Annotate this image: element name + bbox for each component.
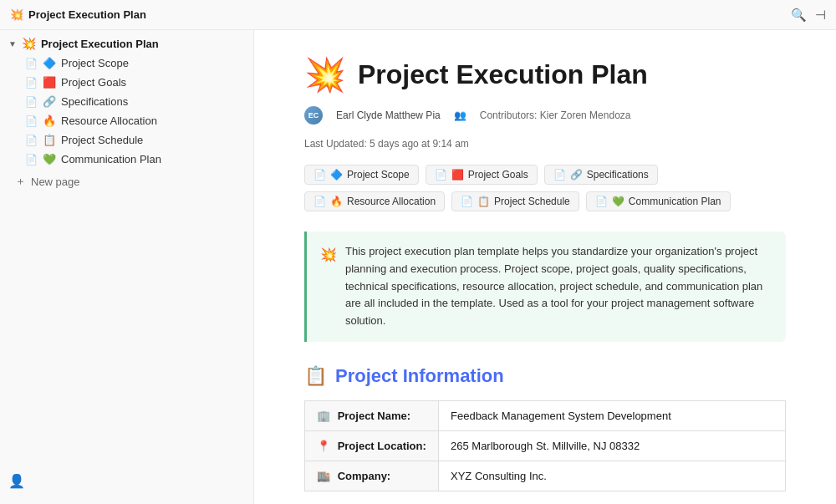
info-table: 🏢 Project Name: Feedback Management Syst… — [304, 400, 786, 491]
meta-row: EC Earl Clyde Matthew Pia 👥 Contributors… — [304, 106, 786, 150]
table-value-company: XYZ Consulting Inc. — [439, 461, 786, 491]
new-page-button[interactable]: ＋ New page — [0, 169, 253, 192]
table-row-company: 🏬 Company: XYZ Consulting Inc. — [305, 461, 786, 491]
page-main-icon: 💥 — [304, 55, 346, 94]
sidebar-item-project-goals[interactable]: 📄 🟥 Project Goals — [0, 73, 253, 92]
section-header: 📋 Project Information — [304, 365, 786, 387]
sidebar-title-label: Project Execution Plan — [41, 38, 159, 50]
table-row-project-location: 📍 Project Location: 265 Marlborough St. … — [305, 430, 786, 461]
app-title: Project Execution Plan — [28, 8, 146, 21]
callout-text: This project execution plan template hel… — [345, 243, 772, 330]
table-value-project-name: Feedback Management System Development — [439, 400, 786, 430]
sl-label-goals: Project Goals — [468, 169, 528, 181]
new-page-plus-icon: ＋ — [15, 174, 26, 189]
new-page-label: New page — [31, 176, 80, 188]
resource-emoji: 🔥 — [43, 115, 56, 127]
page-header: 💥 Project Execution Plan — [304, 55, 786, 94]
schedule-emoji: 📋 — [43, 134, 56, 146]
table-label-project-name: 🏢 Project Name: — [305, 400, 439, 430]
layout: ▼ 💥 Project Execution Plan 📄 🔷 Project S… — [0, 30, 836, 504]
app-icon: 💥 — [10, 8, 23, 21]
table-label-text-project-name: Project Name: — [338, 410, 410, 422]
table-label-text-company: Company: — [338, 470, 391, 482]
table-label-company: 🏬 Company: — [305, 461, 439, 491]
sl-emoji-comm: 💚 — [612, 196, 624, 207]
sl-icon-specs: 📄 — [553, 169, 566, 181]
doc-icon-specs: 📄 — [25, 96, 38, 108]
sublink-project-goals[interactable]: 📄 🟥 Project Goals — [426, 165, 538, 185]
sl-label-scope: Project Scope — [347, 169, 410, 181]
sidebar-label-goals: Project Goals — [61, 76, 126, 89]
cell-icon-company: 🏬 — [317, 470, 330, 482]
sl-icon-scope: 📄 — [314, 169, 326, 181]
sl-emoji-specs: 🔗 — [570, 169, 583, 181]
cell-icon-project-name: 🏢 — [317, 410, 330, 422]
doc-icon-goals: 📄 — [25, 77, 38, 89]
sidebar-chevron: ▼ — [8, 39, 17, 48]
last-updated: Last Updated: 5 days ago at 9:14 am — [304, 138, 469, 150]
table-label-project-location: 📍 Project Location: — [305, 430, 439, 461]
search-icon[interactable]: 🔍 — [791, 8, 807, 23]
sidebar-label-scope: Project Scope — [61, 57, 129, 69]
sidebar-item-resource-allocation[interactable]: 📄 🔥 Resource Allocation — [0, 111, 253, 130]
callout-box: 💥 This project execution plan template h… — [304, 232, 786, 342]
main-content: 💥 Project Execution Plan EC Earl Clyde M… — [254, 30, 836, 504]
sl-icon-goals: 📄 — [435, 169, 447, 181]
sl-label-comm: Communication Plan — [629, 196, 721, 207]
specs-emoji: 🔗 — [43, 95, 56, 108]
sidebar-item-project-scope[interactable]: 📄 🔷 Project Scope — [0, 53, 253, 73]
sublink-project-scope[interactable]: 📄 🔷 Project Scope — [304, 165, 419, 185]
sl-icon-resource: 📄 — [314, 196, 326, 207]
sublinks-row: 📄 🔷 Project Scope 📄 🟥 Project Goals 📄 🔗 … — [304, 165, 786, 211]
top-bar-title-area: 💥 Project Execution Plan — [10, 8, 146, 21]
contributors-label: Contributors: Kier Zoren Mendoza — [480, 109, 631, 121]
sidebar-item-specifications[interactable]: 📄 🔗 Specifications — [0, 92, 253, 111]
sidebar-bottom-icon[interactable]: 👤 — [8, 474, 25, 488]
sl-icon-schedule: 📄 — [461, 196, 473, 207]
doc-icon-comm: 📄 — [25, 154, 38, 165]
sidebar-label-comm: Communication Plan — [61, 153, 161, 165]
sidebar-item-communication-plan[interactable]: 📄 💚 Communication Plan — [0, 150, 253, 169]
sublink-project-schedule[interactable]: 📄 📋 Project Schedule — [451, 191, 579, 211]
top-bar: 💥 Project Execution Plan 🔍 ⊣ — [0, 0, 836, 30]
comm-emoji: 💚 — [43, 153, 56, 165]
sl-icon-comm: 📄 — [595, 196, 608, 207]
sidebar: ▼ 💥 Project Execution Plan 📄 🔷 Project S… — [0, 30, 254, 504]
sublink-specifications[interactable]: 📄 🔗 Specifications — [544, 165, 658, 185]
collapse-icon[interactable]: ⊣ — [815, 8, 826, 23]
sl-label-resource: Resource Allocation — [347, 196, 436, 207]
sidebar-title-row[interactable]: ▼ 💥 Project Execution Plan — [0, 30, 253, 53]
sublink-resource-allocation[interactable]: 📄 🔥 Resource Allocation — [304, 191, 445, 211]
section-title: Project Information — [335, 365, 504, 387]
doc-icon-resource: 📄 — [25, 115, 38, 127]
author-avatar: EC — [304, 106, 323, 125]
page-title: Project Execution Plan — [358, 59, 648, 90]
cell-icon-project-location: 📍 — [317, 440, 330, 452]
table-row-project-name: 🏢 Project Name: Feedback Management Syst… — [305, 400, 786, 430]
section-icon: 📋 — [304, 365, 327, 387]
sl-emoji-scope: 🔷 — [330, 169, 343, 181]
sidebar-item-project-schedule[interactable]: 📄 📋 Project Schedule — [0, 130, 253, 150]
sidebar-title-icon: 💥 — [22, 37, 36, 50]
contributors-icon: 👥 — [454, 109, 466, 121]
sidebar-bottom: 👤 — [0, 466, 253, 496]
sidebar-label-specs: Specifications — [61, 95, 128, 108]
sl-label-specs: Specifications — [587, 169, 649, 181]
doc-icon-scope: 📄 — [25, 58, 38, 69]
sl-emoji-goals: 🟥 — [451, 169, 464, 181]
table-value-project-location: 265 Marlborough St. Millville, NJ 08332 — [439, 430, 786, 461]
doc-icon-schedule: 📄 — [25, 135, 38, 146]
table-label-text-project-location: Project Location: — [338, 440, 426, 452]
top-bar-actions: 🔍 ⊣ — [791, 8, 826, 23]
sidebar-label-schedule: Project Schedule — [61, 134, 143, 146]
sublink-communication-plan[interactable]: 📄 💚 Communication Plan — [586, 191, 731, 211]
author-name: Earl Clyde Matthew Pia — [336, 109, 441, 121]
sl-emoji-schedule: 📋 — [477, 196, 490, 207]
callout-icon: 💥 — [320, 244, 337, 330]
scope-emoji: 🔷 — [43, 57, 56, 69]
goals-emoji: 🟥 — [43, 76, 56, 89]
sl-label-schedule: Project Schedule — [494, 196, 570, 207]
sidebar-label-resource: Resource Allocation — [61, 115, 157, 127]
sl-emoji-resource: 🔥 — [330, 196, 343, 207]
